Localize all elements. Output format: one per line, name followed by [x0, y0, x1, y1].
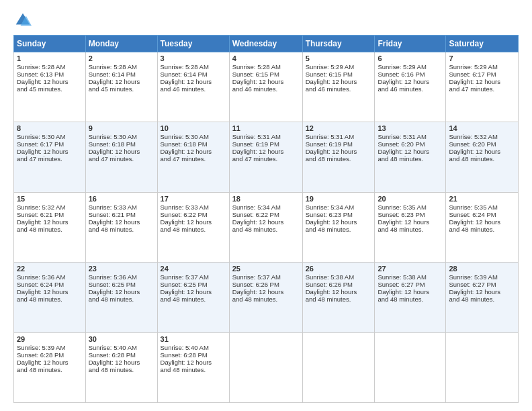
sunrise-label: Sunrise: 5:28 AM — [161, 63, 209, 71]
sunrise-label: Sunrise: 5:29 AM — [306, 63, 354, 71]
sunset-label: Sunset: 6:22 PM — [232, 211, 279, 218]
calendar-cell: 18Sunrise: 5:34 AMSunset: 6:22 PMDayligh… — [229, 192, 302, 262]
calendar-cell: 11Sunrise: 5:31 AMSunset: 6:19 PMDayligh… — [229, 122, 302, 192]
sunrise-label: Sunrise: 5:33 AM — [161, 203, 209, 211]
sunrise-label: Sunrise: 5:31 AM — [306, 133, 354, 140]
sunrise-label: Sunrise: 5:30 AM — [161, 133, 209, 140]
sunset-label: Sunset: 6:23 PM — [378, 211, 425, 218]
daylight-detail: and 47 minutes. — [89, 155, 134, 163]
sunset-label: Sunset: 6:27 PM — [449, 281, 496, 288]
calendar-cell: 26Sunrise: 5:38 AMSunset: 6:26 PMDayligh… — [302, 263, 375, 332]
daylight-detail: and 48 minutes. — [449, 155, 494, 163]
sunset-label: Sunset: 6:21 PM — [17, 211, 64, 218]
daylight-detail: and 48 minutes. — [232, 226, 278, 233]
calendar-cell — [375, 332, 446, 402]
calendar-cell: 22Sunrise: 5:36 AMSunset: 6:24 PMDayligh… — [14, 263, 86, 332]
day-header-wednesday: Wednesday — [229, 36, 302, 52]
day-number: 31 — [161, 335, 226, 343]
daylight-label: Daylight: 12 hours — [17, 78, 69, 85]
sunset-label: Sunset: 6:16 PM — [378, 71, 425, 78]
sunrise-label: Sunrise: 5:37 AM — [232, 273, 281, 281]
calendar-cell: 25Sunrise: 5:37 AMSunset: 6:26 PMDayligh… — [229, 263, 302, 332]
calendar-cell — [229, 332, 302, 402]
daylight-detail: and 48 minutes. — [161, 366, 206, 373]
daylight-detail: and 48 minutes. — [306, 155, 351, 163]
day-number: 9 — [89, 124, 154, 132]
sunrise-label: Sunrise: 5:28 AM — [89, 63, 137, 71]
sunset-label: Sunset: 6:13 PM — [17, 71, 64, 78]
daylight-detail: and 48 minutes. — [17, 366, 62, 373]
week-row-2: 8Sunrise: 5:30 AMSunset: 6:17 PMDaylight… — [14, 122, 519, 192]
sunset-label: Sunset: 6:20 PM — [378, 140, 425, 148]
day-header-monday: Monday — [85, 36, 157, 52]
day-number: 16 — [89, 195, 154, 203]
sunrise-label: Sunrise: 5:33 AM — [89, 203, 137, 211]
header — [13, 11, 519, 30]
sunset-label: Sunset: 6:21 PM — [89, 211, 136, 218]
daylight-detail: and 48 minutes. — [378, 295, 423, 303]
sunset-label: Sunset: 6:14 PM — [161, 71, 208, 78]
daylight-label: Daylight: 12 hours — [306, 288, 357, 295]
daylight-label: Daylight: 12 hours — [17, 359, 69, 366]
sunset-label: Sunset: 6:18 PM — [89, 140, 136, 148]
calendar-cell: 19Sunrise: 5:34 AMSunset: 6:23 PMDayligh… — [302, 192, 375, 262]
day-number: 15 — [17, 195, 83, 203]
calendar-cell — [302, 332, 375, 402]
day-number: 23 — [89, 265, 154, 273]
day-number: 12 — [306, 124, 372, 132]
calendar-cell — [446, 332, 519, 402]
daylight-detail: and 48 minutes. — [449, 295, 494, 303]
day-number: 28 — [449, 265, 515, 273]
day-number: 3 — [161, 54, 226, 62]
sunrise-label: Sunrise: 5:37 AM — [161, 273, 209, 281]
daylight-label: Daylight: 12 hours — [161, 148, 212, 155]
sunset-label: Sunset: 6:28 PM — [17, 351, 64, 359]
sunrise-label: Sunrise: 5:31 AM — [232, 133, 281, 140]
calendar: SundayMondayTuesdayWednesdayThursdayFrid… — [13, 35, 519, 403]
day-number: 25 — [232, 265, 300, 273]
calendar-cell: 24Sunrise: 5:37 AMSunset: 6:25 PMDayligh… — [157, 263, 229, 332]
daylight-detail: and 46 minutes. — [161, 85, 206, 93]
sunrise-label: Sunrise: 5:39 AM — [449, 273, 497, 281]
day-header-sunday: Sunday — [14, 36, 86, 52]
sunset-label: Sunset: 6:27 PM — [378, 281, 425, 288]
daylight-label: Daylight: 12 hours — [232, 148, 284, 155]
sunrise-label: Sunrise: 5:32 AM — [449, 133, 497, 140]
calendar-cell: 10Sunrise: 5:30 AMSunset: 6:18 PMDayligh… — [157, 122, 229, 192]
daylight-detail: and 47 minutes. — [161, 155, 206, 163]
daylight-label: Daylight: 12 hours — [378, 288, 429, 295]
daylight-detail: and 48 minutes. — [378, 155, 423, 163]
daylight-detail: and 48 minutes. — [17, 295, 62, 303]
sunset-label: Sunset: 6:24 PM — [17, 281, 64, 288]
calendar-cell: 17Sunrise: 5:33 AMSunset: 6:22 PMDayligh… — [157, 192, 229, 262]
daylight-detail: and 47 minutes. — [232, 155, 278, 163]
day-number: 27 — [378, 265, 443, 273]
day-header-saturday: Saturday — [446, 36, 519, 52]
sunrise-label: Sunrise: 5:35 AM — [449, 203, 497, 211]
day-number: 29 — [17, 335, 83, 343]
calendar-cell: 31Sunrise: 5:40 AMSunset: 6:28 PMDayligh… — [157, 332, 229, 402]
sunrise-label: Sunrise: 5:28 AM — [232, 63, 281, 71]
calendar-cell: 30Sunrise: 5:40 AMSunset: 6:28 PMDayligh… — [85, 332, 157, 402]
daylight-label: Daylight: 12 hours — [449, 218, 500, 226]
sunrise-label: Sunrise: 5:28 AM — [17, 63, 65, 71]
day-number: 8 — [17, 124, 83, 132]
sunset-label: Sunset: 6:22 PM — [161, 211, 208, 218]
calendar-cell: 4Sunrise: 5:28 AMSunset: 6:15 PMDaylight… — [229, 52, 302, 122]
calendar-cell: 23Sunrise: 5:36 AMSunset: 6:25 PMDayligh… — [85, 263, 157, 332]
day-number: 20 — [378, 195, 443, 203]
page: SundayMondayTuesdayWednesdayThursdayFrid… — [0, 0, 532, 411]
calendar-cell: 20Sunrise: 5:35 AMSunset: 6:23 PMDayligh… — [375, 192, 446, 262]
calendar-cell: 1Sunrise: 5:28 AMSunset: 6:13 PMDaylight… — [14, 52, 86, 122]
daylight-label: Daylight: 12 hours — [378, 218, 429, 226]
sunset-label: Sunset: 6:15 PM — [306, 71, 353, 78]
sunrise-label: Sunrise: 5:35 AM — [378, 203, 426, 211]
logo — [13, 11, 35, 30]
day-number: 1 — [17, 54, 83, 62]
day-number: 17 — [161, 195, 226, 203]
daylight-detail: and 47 minutes. — [17, 155, 62, 163]
sunrise-label: Sunrise: 5:36 AM — [17, 273, 65, 281]
sunset-label: Sunset: 6:19 PM — [232, 140, 279, 148]
sunrise-label: Sunrise: 5:38 AM — [378, 273, 426, 281]
daylight-detail: and 48 minutes. — [89, 295, 134, 303]
